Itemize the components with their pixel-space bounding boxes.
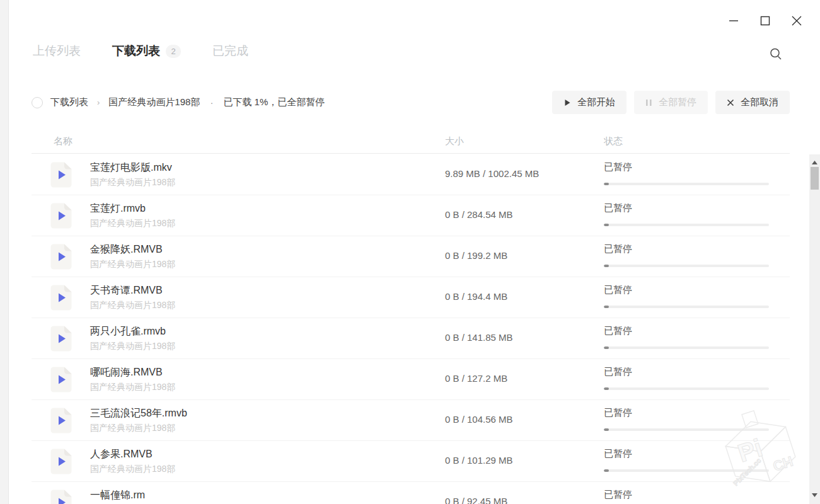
- file-size: 0 B / 199.2 MB: [445, 250, 507, 261]
- status-label: 已暂停: [604, 161, 632, 173]
- file-name[interactable]: 三毛流浪记58年.rmvb: [90, 407, 187, 420]
- file-folder: 国产经典动画片198部: [90, 382, 175, 393]
- breadcrumb: 下载列表 › 国产经典动画片198部 · 已下载 1%，已全部暂停: [32, 96, 325, 108]
- progress-bar-fill: [604, 387, 609, 390]
- table-row[interactable]: 宝莲灯电影版.mkv 国产经典动画片198部 9.89 MB / 1002.45…: [32, 154, 790, 195]
- file-folder: 国产经典动画片198部: [90, 300, 175, 311]
- status-label: 已暂停: [604, 325, 632, 337]
- cancel-all-button[interactable]: 全部取消: [715, 91, 790, 114]
- file-size: 0 B / 141.85 MB: [445, 332, 513, 343]
- file-name[interactable]: 哪吒闹海.RMVB: [90, 366, 163, 379]
- progress-bar: [604, 346, 769, 349]
- column-header-name: 名称: [54, 135, 72, 147]
- table-row[interactable]: 金猴降妖.RMVB 国产经典动画片198部 0 B / 199.2 MB 已暂停: [32, 236, 790, 277]
- scroll-up-button[interactable]: [809, 157, 820, 168]
- status-label: 已暂停: [604, 284, 632, 296]
- window-controls: [725, 13, 805, 29]
- scroll-down-button[interactable]: [809, 490, 820, 500]
- breadcrumb-separator-icon: ›: [96, 98, 101, 107]
- file-name[interactable]: 金猴降妖.RMVB: [90, 243, 163, 256]
- vertical-scrollbar[interactable]: [809, 154, 820, 504]
- progress-bar: [604, 183, 769, 185]
- select-all-checkbox[interactable]: [32, 97, 43, 108]
- pause-all-button[interactable]: 全部暂停: [634, 91, 708, 114]
- status-label: 已暂停: [604, 366, 632, 378]
- status-label: 已暂停: [604, 407, 632, 419]
- table-row[interactable]: 宝莲灯.rmvb 国产经典动画片198部 0 B / 284.54 MB 已暂停: [32, 195, 790, 236]
- video-file-icon: [50, 203, 72, 229]
- table-header: 名称 大小 状态: [32, 129, 790, 154]
- progress-bar: [604, 428, 769, 431]
- triangle-down-icon: [812, 493, 817, 497]
- breadcrumb-folder[interactable]: 国产经典动画片198部: [108, 96, 200, 108]
- table-row[interactable]: 一幅僮锦.rm 国产经典动画片198部 0 B / 92.45 MB 已暂停: [32, 482, 790, 504]
- progress-bar: [604, 265, 769, 267]
- file-folder: 国产经典动画片198部: [90, 177, 175, 188]
- file-folder: 国产经典动画片198部: [90, 341, 175, 352]
- column-header-size: 大小: [445, 135, 464, 147]
- file-name[interactable]: 一幅僮锦.rm: [90, 489, 145, 502]
- maximize-button[interactable]: [757, 13, 773, 29]
- tab-bar: 上传列表 下载列表 2 已完成: [33, 43, 248, 59]
- tab-completed[interactable]: 已完成: [212, 43, 248, 59]
- table-row[interactable]: 天书奇谭.RMVB 国产经典动画片198部 0 B / 194.4 MB 已暂停: [32, 277, 790, 318]
- minimize-icon: [728, 15, 739, 26]
- video-file-icon: [50, 490, 72, 504]
- progress-bar-fill: [604, 469, 609, 472]
- progress-bar: [604, 306, 769, 308]
- search-icon: [768, 47, 783, 62]
- column-header-status: 状态: [604, 135, 623, 147]
- file-folder: 国产经典动画片198部: [90, 218, 175, 229]
- tab-download-label: 下载列表: [112, 43, 160, 59]
- start-all-button[interactable]: 全部开始: [552, 91, 627, 114]
- minimize-button[interactable]: [725, 13, 742, 29]
- progress-bar-fill: [604, 346, 609, 349]
- scrollbar-thumb[interactable]: [811, 167, 819, 190]
- left-edge-strip: [0, 0, 9, 504]
- breadcrumb-dot: ·: [207, 97, 216, 108]
- close-icon: [727, 99, 734, 106]
- download-manager-window: 上传列表 下载列表 2 已完成 下载列表 › 国产经典动画片198部 · 已下载…: [0, 0, 820, 504]
- status-label: 已暂停: [604, 448, 632, 460]
- file-size: 0 B / 284.54 MB: [445, 209, 513, 220]
- tab-completed-label: 已完成: [212, 43, 248, 59]
- breadcrumb-root[interactable]: 下载列表: [50, 96, 88, 108]
- file-name[interactable]: 宝莲灯.rmvb: [90, 202, 146, 215]
- video-file-icon: [50, 449, 72, 474]
- status-label: 已暂停: [604, 202, 632, 214]
- download-summary-text: 已下载 1%，已全部暂停: [223, 96, 325, 108]
- search-button[interactable]: [767, 45, 785, 63]
- table-row[interactable]: 三毛流浪记58年.rmvb 国产经典动画片198部 0 B / 104.56 M…: [32, 400, 790, 441]
- file-name[interactable]: 天书奇谭.RMVB: [90, 284, 163, 297]
- table-row[interactable]: 两只小孔雀.rmvb 国产经典动画片198部 0 B / 141.85 MB 已…: [32, 318, 790, 359]
- bulk-action-buttons: 全部开始 全部暂停 全部取消: [552, 91, 790, 114]
- status-label: 已暂停: [604, 489, 632, 501]
- progress-bar-fill: [604, 306, 609, 308]
- progress-bar-fill: [604, 265, 609, 267]
- file-size: 0 B / 92.45 MB: [445, 496, 507, 504]
- video-file-icon: [50, 244, 72, 270]
- video-file-icon: [50, 326, 72, 352]
- start-all-label: 全部开始: [577, 96, 615, 108]
- file-name[interactable]: 两只小孔雀.rmvb: [90, 325, 166, 338]
- file-name[interactable]: 人参果.RMVB: [90, 448, 153, 461]
- video-file-icon: [50, 285, 72, 311]
- progress-bar-fill: [604, 224, 609, 226]
- file-folder: 国产经典动画片198部: [90, 423, 175, 434]
- file-name[interactable]: 宝莲灯电影版.mkv: [90, 161, 172, 175]
- close-icon: [791, 15, 802, 26]
- tab-download-list[interactable]: 下载列表 2: [112, 43, 181, 59]
- progress-bar-fill: [604, 428, 609, 431]
- progress-bar-fill: [604, 183, 609, 185]
- tab-upload-list[interactable]: 上传列表: [33, 43, 81, 59]
- progress-bar: [604, 387, 769, 390]
- table-row[interactable]: 哪吒闹海.RMVB 国产经典动画片198部 0 B / 127.2 MB 已暂停: [32, 359, 790, 400]
- progress-bar: [604, 224, 769, 226]
- file-size: 0 B / 127.2 MB: [445, 373, 507, 384]
- file-folder: 国产经典动画片198部: [90, 259, 175, 270]
- toolbar: 下载列表 › 国产经典动画片198部 · 已下载 1%，已全部暂停 全部开始 全…: [32, 91, 790, 114]
- download-count-badge: 2: [166, 45, 181, 58]
- download-list: 宝莲灯电影版.mkv 国产经典动画片198部 9.89 MB / 1002.45…: [32, 154, 790, 504]
- close-window-button[interactable]: [788, 13, 805, 29]
- table-row[interactable]: 人参果.RMVB 国产经典动画片198部 0 B / 101.29 MB 已暂停: [32, 441, 790, 482]
